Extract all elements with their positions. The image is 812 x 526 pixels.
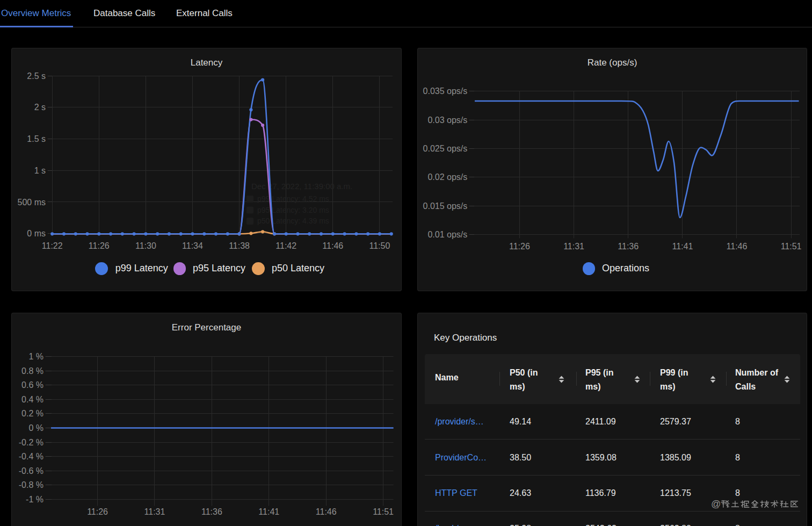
svg-text:p99 Latency: 4.52 ms: p99 Latency: 4.52 ms	[257, 194, 329, 203]
svg-text:-0.4 %: -0.4 %	[19, 452, 44, 461]
svg-text:0.2 %: 0.2 %	[21, 409, 44, 418]
svg-text:0.03 ops/s: 0.03 ops/s	[427, 116, 467, 125]
svg-text:11:26: 11:26	[509, 242, 530, 251]
svg-text:11:41: 11:41	[672, 242, 693, 251]
svg-text:11:42: 11:42	[276, 241, 296, 250]
svg-text:Dec 27, 2022, 11:39:00 a.m.: Dec 27, 2022, 11:39:00 a.m.	[251, 182, 352, 191]
svg-text:11:31: 11:31	[563, 242, 584, 251]
svg-text:1.5 s: 1.5 s	[27, 134, 46, 143]
svg-text:0.035 ops/s: 0.035 ops/s	[423, 87, 468, 96]
svg-text:11:26: 11:26	[89, 241, 110, 250]
svg-text:2 s: 2 s	[34, 103, 46, 112]
svg-text:11:46: 11:46	[727, 242, 748, 251]
svg-text:11:26: 11:26	[87, 507, 108, 516]
svg-text:@: @	[711, 499, 721, 509]
svg-text:11:31: 11:31	[144, 507, 165, 516]
svg-text:0 %: 0 %	[28, 423, 44, 433]
svg-text:0.02 ops/s: 0.02 ops/s	[427, 172, 467, 182]
svg-text:-1 %: -1 %	[26, 495, 44, 504]
svg-text:11:36: 11:36	[201, 507, 222, 516]
svg-text:1 s: 1 s	[34, 166, 46, 175]
svg-text:11:36: 11:36	[618, 242, 639, 251]
svg-text:500 ms: 500 ms	[18, 198, 46, 207]
svg-text:0.025 ops/s: 0.025 ops/s	[423, 144, 468, 153]
svg-text:11:22: 11:22	[42, 241, 63, 250]
svg-text:0.4 %: 0.4 %	[21, 395, 44, 404]
svg-text:0.01 ops/s: 0.01 ops/s	[427, 230, 467, 239]
svg-text:11:34: 11:34	[182, 241, 203, 250]
svg-text:p95 Latency: 3.20 ms: p95 Latency: 3.20 ms	[257, 206, 329, 214]
svg-text:0 ms: 0 ms	[27, 229, 46, 238]
svg-text:0.8 %: 0.8 %	[21, 366, 44, 376]
svg-text:2.5 s: 2.5 s	[27, 71, 46, 81]
svg-text:11:46: 11:46	[316, 507, 337, 516]
svg-text:11:50: 11:50	[369, 241, 390, 250]
svg-text:-0.2 %: -0.2 %	[19, 438, 44, 447]
svg-text:11:46: 11:46	[322, 241, 343, 250]
svg-text:11:38: 11:38	[229, 241, 250, 250]
svg-text:0.6 %: 0.6 %	[21, 380, 44, 390]
svg-text:11:30: 11:30	[135, 241, 156, 250]
svg-text:-0.6 %: -0.6 %	[19, 466, 44, 475]
svg-text:1 %: 1 %	[28, 352, 44, 361]
svg-text:11:41: 11:41	[258, 507, 279, 516]
svg-text:11:51: 11:51	[373, 507, 394, 516]
svg-text:p50 Latency: 4.39 ms: p50 Latency: 4.39 ms	[257, 217, 329, 225]
svg-text:-0.8 %: -0.8 %	[19, 480, 44, 489]
svg-text:11:51: 11:51	[781, 242, 802, 251]
svg-text:0.015 ops/s: 0.015 ops/s	[423, 201, 468, 211]
